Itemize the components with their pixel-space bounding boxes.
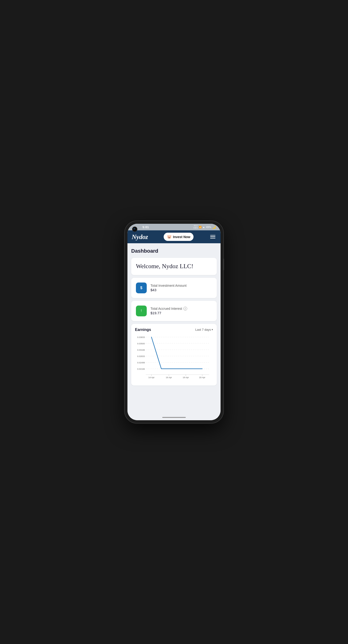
- welcome-message: Welcome, Nydoz LLC!: [136, 262, 212, 270]
- svg-text:14 Apr: 14 Apr: [148, 376, 154, 379]
- total-interest-value: $19.77: [151, 311, 187, 315]
- svg-text:0.02499: 0.02499: [137, 362, 145, 364]
- battery-percent: 49%: [206, 226, 211, 228]
- page-title: Dashboard: [131, 248, 217, 254]
- total-interest-label: Total Accrued Interest i: [151, 307, 187, 310]
- status-icons: 53.0 KB/S 📶 ▲ 49% 🌙: [194, 225, 216, 229]
- total-investment-label: Total Investment Amount: [151, 284, 186, 288]
- svg-text:0.03833: 0.03833: [137, 336, 145, 338]
- chevron-down-icon: ▾: [212, 328, 213, 331]
- status-time: 5:01: [143, 226, 149, 229]
- svg-text:↑: ↑: [140, 308, 143, 313]
- arrow-up-icon: ↑: [136, 306, 147, 316]
- wifi-icon: 📶: [199, 226, 201, 228]
- hamburger-line-3: [210, 238, 215, 239]
- status-bar: 5:01 53.0 KB/S 📶 ▲ 49% 🌙: [127, 224, 221, 230]
- welcome-card: Welcome, Nydoz LLC!: [131, 258, 217, 275]
- camera: [133, 227, 137, 231]
- data-speed: 53.0 KB/S: [194, 225, 198, 229]
- chart-period-label: Last 7 days: [195, 328, 211, 332]
- chart-header: Earnings Last 7 days ▾: [135, 328, 213, 332]
- chart-title: Earnings: [135, 328, 151, 332]
- svg-text:0.03500: 0.03500: [137, 342, 145, 345]
- total-investment-value: $43: [151, 288, 186, 292]
- home-bar: [162, 417, 186, 418]
- chart-svg: 0.03833 0.03500 0.03166 0.02833 0.02499 …: [135, 335, 213, 382]
- total-investment-card: $ Total Investment Amount $43: [131, 278, 217, 298]
- svg-text:0.03166: 0.03166: [137, 349, 145, 351]
- svg-text:$: $: [140, 286, 143, 290]
- svg-text:0.02166: 0.02166: [137, 368, 145, 370]
- svg-text:16 Apr: 16 Apr: [166, 376, 172, 379]
- chart-period-selector[interactable]: Last 7 days ▾: [195, 328, 213, 332]
- info-icon[interactable]: i: [183, 307, 187, 310]
- hamburger-line-1: [210, 235, 215, 236]
- battery-icon: 🌙: [212, 226, 216, 229]
- total-investment-info: Total Investment Amount $43: [151, 284, 186, 292]
- total-interest-info: Total Accrued Interest i $19.77: [151, 307, 187, 315]
- invest-now-button[interactable]: 🐷 Invest Now: [164, 233, 194, 241]
- signal-icon: ▲: [202, 226, 205, 228]
- nav-bar: Nydoz 🐷 Invest Now: [127, 230, 221, 243]
- hamburger-line-2: [210, 236, 215, 237]
- hamburger-menu[interactable]: [209, 234, 216, 240]
- total-interest-card: ↑ Total Accrued Interest i $19.77: [131, 301, 217, 321]
- home-indicator: [127, 414, 221, 420]
- svg-text:0.02833: 0.02833: [137, 355, 145, 358]
- earnings-chart: 0.03833 0.03500 0.03166 0.02833 0.02499 …: [135, 335, 213, 382]
- dollar-icon: $: [136, 282, 147, 293]
- piggy-bank-icon: 🐷: [167, 234, 172, 239]
- app-logo: Nydoz: [132, 233, 148, 241]
- earnings-chart-card: Earnings Last 7 days ▾: [131, 324, 217, 386]
- invest-btn-label: Invest Now: [173, 235, 190, 239]
- main-content: Dashboard Welcome, Nydoz LLC! $ Total In…: [127, 243, 221, 414]
- svg-text:18 Apr: 18 Apr: [183, 376, 189, 379]
- svg-text:20 Apr: 20 Apr: [199, 376, 205, 379]
